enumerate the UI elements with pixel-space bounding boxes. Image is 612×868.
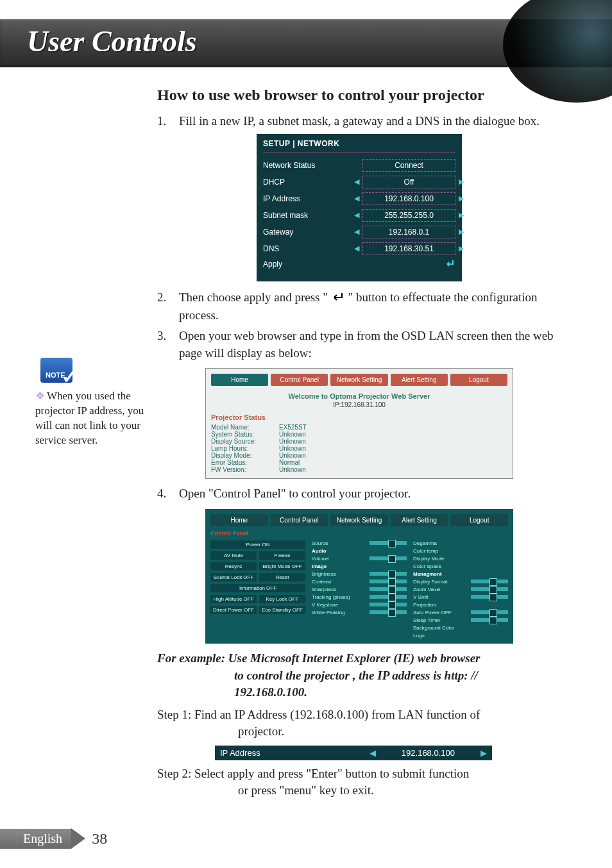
slider-icon (370, 556, 407, 560)
display-format-label: Display Format (413, 579, 468, 585)
osd-label: Subnet mask (263, 211, 362, 220)
web-home-screenshot: Home Control Panel Network Setting Alert… (205, 368, 513, 479)
direct-power-button: Direct Power OFF (210, 606, 257, 614)
step-1-text: Step 1: Find an IP Address (192.168.0.10… (157, 706, 561, 740)
osd-label: Apply (263, 260, 354, 269)
source-lock-button: Source Lock OFF (210, 573, 257, 581)
example-text: For example: Use Microsoft Internet Expl… (157, 650, 561, 701)
osd-value: Connect (362, 159, 455, 172)
ip-address-bar: IP Address ◀ 192.168.0.100 ▶ (215, 746, 492, 760)
slider-icon (370, 580, 407, 583)
high-altitude-button: High Altitude OFF (210, 595, 257, 603)
slider-icon (471, 610, 508, 614)
tab-home: Home (210, 514, 268, 526)
ip-bar-value: 192.168.0.100 (376, 748, 480, 758)
degamma-label: Degamma (413, 540, 508, 546)
osd-value: ◀255.255.255.0▶ (362, 209, 455, 222)
projection-label: Projection (413, 602, 508, 608)
left-arrow-icon: ◀ (354, 244, 359, 253)
step-1: 1. Fill in a new IP, a subnet mask, a ga… (157, 113, 561, 130)
freeze-button: Freeze (259, 551, 305, 560)
right-arrow-icon: ▶ (459, 211, 464, 219)
step-2-num: 2. (157, 289, 166, 306)
tracking-label: Tracking (phase) (312, 594, 367, 600)
status-fw-version: FW Version:Unknown (211, 466, 507, 473)
av-mute-button: AV Mute (210, 551, 257, 560)
note-block: NOTE ❖When you used the projector IP add… (35, 358, 148, 448)
tab-logout: Logout (450, 374, 507, 386)
osd-label: Gateway (263, 228, 362, 237)
power-on-button: Power ON (210, 540, 305, 549)
osd-row-subnet: Subnet mask ◀255.255.255.0▶ (263, 209, 455, 222)
right-arrow-icon: ▶ (459, 244, 464, 253)
vkeystone-label: V Keystone (312, 602, 367, 608)
tab-alert-setting: Alert Setting (391, 514, 448, 526)
image-label: Image (312, 563, 407, 569)
step-4: 4. Open "Control Panel" to control your … (157, 485, 561, 503)
left-arrow-icon: ◀ (354, 178, 359, 186)
tab-control-panel: Control Panel (271, 514, 328, 526)
cp-management-column: Degamma Color temp Display Mode Color Sp… (413, 540, 508, 638)
slider-icon (370, 541, 407, 545)
left-arrow-icon: ◀ (354, 211, 359, 219)
status-display-mode: Display Mode:Unknown (211, 452, 507, 459)
note-text: ❖When you used the projector IP address,… (35, 389, 148, 448)
left-arrow-icon: ◀ (354, 228, 359, 236)
slider-icon (370, 610, 407, 614)
enter-arrow-icon (331, 290, 345, 307)
page-header-title: User Controls (27, 24, 197, 58)
step-2: 2. Then choose apply and press " " butto… (157, 289, 561, 324)
osd-row-ip: IP Address ◀192.168.0.100▶ (263, 192, 455, 205)
sleep-timer-label: Sleep Timer (413, 617, 468, 623)
step-2-pre: Then choose apply and press " (179, 290, 328, 304)
bg-color-label: Background Color (413, 625, 508, 631)
display-mode-label: Display Mode (413, 556, 508, 562)
server-ip: IP:192.168.31.100 (211, 401, 507, 408)
step-2-text: Step 2: Select apply and press "Enter" b… (157, 765, 561, 799)
brightness-label: Brightness (312, 571, 367, 577)
status-system: System Status:Unknown (211, 431, 507, 438)
osd-value: ◀Off▶ (362, 176, 455, 188)
status-lamp-hours: Lamp Hours:Unknown (211, 445, 507, 452)
osd-row-dns: DNS ◀192.168.30.51▶ (263, 242, 455, 255)
osd-network-panel: SETUP | NETWORK Network Status Connect D… (257, 134, 462, 281)
web-control-panel-screenshot: Home Control Panel Network Setting Alert… (205, 509, 513, 644)
slider-icon (471, 595, 508, 599)
step-3: 3. Open your web browser and type in fro… (157, 328, 561, 362)
right-arrow-icon: ▶ (459, 228, 464, 236)
key-lock-button: Key Lock OFF (259, 595, 305, 603)
color-space-label: Color Space (413, 563, 508, 569)
content-area: How to use web browser to control your p… (157, 87, 561, 799)
cp-buttons-column: Power ON AV MuteFreeze ResyncBright Mode… (210, 540, 305, 638)
step-3-num: 3. (157, 328, 166, 345)
auto-power-off-label: Auto Power OFF (413, 610, 468, 615)
vshift-label: V Shift (413, 594, 468, 600)
osd-label: Network Status (263, 161, 362, 170)
slider-icon (471, 618, 508, 622)
audio-label: Audio (312, 548, 407, 554)
left-arrow-icon: ◀ (370, 748, 376, 758)
slider-icon (370, 603, 407, 606)
slider-icon (370, 595, 407, 599)
language-label: English (0, 829, 71, 849)
right-arrow-icon: ▶ (459, 194, 464, 203)
status-model: Model Name:EX525ST (211, 424, 507, 431)
osd-value: ◀192.168.0.100▶ (362, 192, 455, 205)
osd-row-dhcp: DHCP ◀Off▶ (263, 176, 455, 188)
osd-row-apply: Apply (263, 259, 455, 270)
bright-mode-button: Bright Mode OFF (259, 562, 305, 571)
status-error: Error Status:Normal (211, 459, 507, 466)
tab-control-panel: Control Panel (271, 374, 328, 386)
step-3-text: Open your web browser and type in from t… (179, 329, 554, 360)
right-arrow-icon: ▶ (480, 748, 487, 758)
wedge-icon (71, 828, 85, 849)
tab-logout: Logout (450, 514, 508, 526)
sharpness-label: Sharpness (312, 587, 367, 592)
ip-bar-label: IP Address (220, 748, 370, 758)
tab-network-setting: Network Setting (330, 374, 387, 386)
step-4-num: 4. (157, 485, 166, 503)
volume-label: Volume (312, 556, 367, 562)
resync-button: Resync (210, 562, 257, 571)
page-footer: English 38 (0, 828, 107, 849)
osd-row-network-status: Network Status Connect (263, 159, 455, 172)
